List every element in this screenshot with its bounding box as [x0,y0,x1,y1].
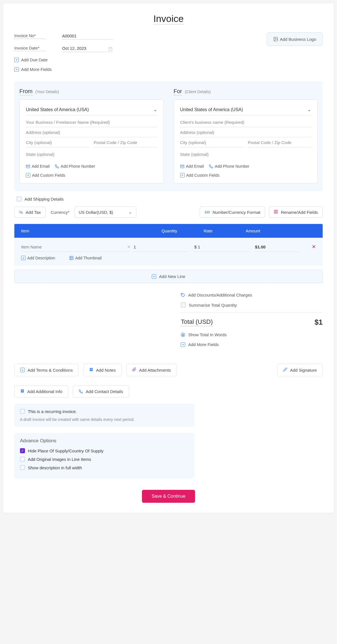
add-new-line-button[interactable]: + Add New Line [14,270,323,283]
for-add-custom-link[interactable]: + Add Custom Fields [180,173,220,178]
add-terms-button[interactable]: + Add Terms & Conditions [14,364,79,376]
for-state-input[interactable] [180,149,311,159]
plus-icon: + [14,58,19,62]
add-logo-button[interactable]: Add Business Logo [267,32,323,46]
total-words-link[interactable]: $ Show Total In Words [181,332,323,337]
for-name-input[interactable] [180,117,311,127]
item-qty-input[interactable] [134,242,189,252]
add-more-fields-link[interactable]: + Add More Fields [14,67,52,72]
adv-opt2-row[interactable]: Add Original Images in Line Items [20,457,189,462]
for-postal-input[interactable] [248,137,311,147]
for-country-select[interactable]: United States of America (USA) ⌄ [180,105,311,115]
invoice-date-input[interactable] [62,45,113,52]
summarise-label: Summarise Total Quantity [189,303,237,308]
add-description-link[interactable]: + Add Description [21,256,55,260]
for-add-phone-label: Add Phone Number [215,164,249,169]
adv-opt1-row[interactable]: ✓ Hide Place Of Supply/Country Of Supply [20,448,189,453]
phone-icon [209,164,213,169]
from-postal-input[interactable] [94,137,157,147]
clear-icon[interactable]: ✕ [127,244,131,250]
recurring-label: This is a recurring invoice. [28,409,77,414]
discounts-label: Add Discounts/Additional Charges [188,293,252,297]
attachments-label: Add Attachments [139,368,171,373]
for-add-phone-link[interactable]: Add Phone Number [209,164,249,169]
item-rate-input[interactable] [194,242,249,252]
from-state-input[interactable] [26,149,157,159]
invoice-date-label: Invoice Date* [14,46,45,51]
from-add-phone-link[interactable]: Add Phone Number [55,164,95,169]
notes-icon [89,367,93,373]
add-attachments-button[interactable]: Add Attachments [126,364,177,376]
calendar-icon[interactable] [108,46,113,52]
for-country-value: United States of America (USA) [180,107,243,112]
from-add-custom-link[interactable]: + Add Custom Fields [26,173,65,178]
pen-icon [283,367,287,373]
save-continue-button[interactable]: Save & Continue [142,490,195,503]
add-contact-button[interactable]: Add Contact Details [73,385,129,398]
tag-icon [181,293,185,297]
item-name-input[interactable] [21,242,130,252]
for-heading: For [174,88,182,95]
dollar-circle-icon: $ [181,333,185,337]
currency-select[interactable]: US Dollar(USD, $) ⌄ [74,207,136,218]
image-icon [69,256,74,260]
total-words-label: Show Total In Words [188,332,227,337]
from-name-input[interactable] [26,117,157,127]
add-additional-button[interactable]: Add Additional Info [14,385,68,398]
rename-fields-button[interactable]: Rename/Add Fields [269,207,323,218]
svg-text:$: $ [182,333,184,336]
total-amount: $1 [315,318,323,327]
add-thumbnail-link[interactable]: Add Thumbnail [69,256,102,260]
currency-label: Currency* [51,210,69,215]
for-address-input[interactable] [180,127,311,137]
from-country-value: United States of America (USA) [26,107,89,112]
invoice-no-label: Invoice No* [14,33,45,39]
phone-icon [79,389,83,394]
currency-value: US Dollar(USD, $) [79,210,113,215]
checkbox-icon [20,465,25,470]
from-add-email-link[interactable]: Add Email [26,164,50,169]
number-format-button[interactable]: 123 Number/Currency Format [200,207,265,218]
checkbox-icon [20,409,25,414]
plus-icon: + [26,173,30,178]
plus-icon: + [21,256,26,260]
from-heading: From [19,88,33,95]
rename-fields-label: Rename/Add Fields [281,210,318,215]
th-amount: Amount [246,228,302,233]
image-icon [273,37,278,42]
from-city-input[interactable] [26,137,89,147]
for-add-email-link[interactable]: Add Email [180,164,204,169]
from-sub: (Your Details) [35,89,59,94]
th-rate: Rate [203,228,246,233]
total-label: Total (USD) [181,318,213,326]
plus-icon: + [14,67,19,72]
summary-more-label: Add More Fields [188,342,219,347]
add-tax-button[interactable]: % Add Tax [14,207,46,218]
for-city-input[interactable] [180,137,243,147]
adv-opt3-row[interactable]: Show description in full width [20,465,189,470]
summary-more-fields-link[interactable]: + Add More Fields [181,342,323,347]
add-signature-button[interactable]: Add Signature [277,364,323,376]
terms-label: Add Terms & Conditions [28,368,73,373]
add-due-date-link[interactable]: + Add Due Date [14,57,48,62]
add-notes-button[interactable]: Add Notes [83,364,122,376]
shipping-checkbox-row[interactable]: Add Shipping Details [17,196,323,201]
summarise-checkbox-row[interactable]: Summarise Total Quantity [181,302,323,308]
from-address-input[interactable] [26,127,157,137]
invoice-no-input[interactable] [62,32,113,40]
delete-row-icon[interactable]: ✕ [305,244,316,250]
add-tax-label: Add Tax [26,210,41,215]
from-country-select[interactable]: United States of America (USA) ⌄ [26,105,157,115]
add-thumb-label: Add Thumbnail [75,256,102,260]
adv-opt1-label: Hide Place Of Supply/Country Of Supply [28,448,103,453]
advance-title: Advance Options [20,438,189,444]
signature-label: Add Signature [290,368,317,373]
checkbox-icon [17,196,22,201]
number-icon: 123 [205,210,210,214]
plus-icon: + [20,368,25,372]
number-format-label: Number/Currency Format [212,210,260,215]
add-discounts-link[interactable]: Add Discounts/Additional Charges [181,293,323,297]
th-item: Item [21,228,162,233]
chevron-down-icon: ⌄ [128,210,132,215]
recurring-checkbox-row[interactable]: This is a recurring invoice. [20,409,189,414]
